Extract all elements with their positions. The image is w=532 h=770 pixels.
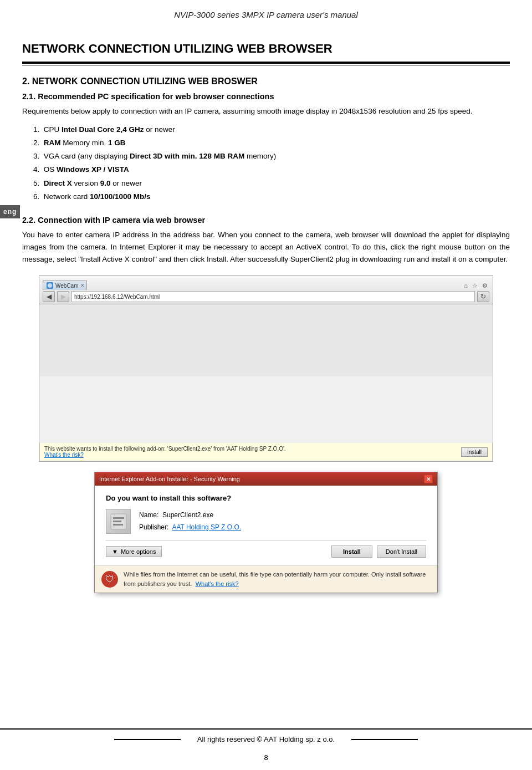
browser-chrome: WebCam ✕ ⌂ ☆ ⚙ ◀ ▶ https://192.168.6.12/…: [39, 276, 493, 304]
ie-dialog-body: Do you want to install this software?: [95, 486, 437, 565]
section2-2-heading: 2.2. Connection with IP camera via web b…: [22, 216, 510, 225]
intro-text: Requirements below apply to connection w…: [22, 105, 510, 118]
page-number: 8: [0, 749, 532, 770]
browser-home-buttons: ⌂ ☆ ⚙: [462, 282, 489, 290]
webcam-tab-icon: [47, 282, 53, 289]
ie-dialog-wrapper: Internet Explorer Add-on Installer - Sec…: [94, 472, 438, 593]
ie-dialog-buttons-row: ▼ More options Install Don't Install: [106, 540, 426, 562]
list-item: 3. VGA card (any displaying Direct 3D wi…: [33, 150, 510, 163]
notification-main-text: This website wants to install the follow…: [44, 446, 286, 452]
list-item-label: 4. OS Windows XP / VISTA: [33, 165, 129, 174]
section2-heading: 2. NETWORK CONNECTION UTILIZING WEB BROS…: [22, 77, 510, 86]
address-text: https://192.168.6.12/WebCam.html: [74, 294, 160, 300]
arrow-down-icon: ▼: [112, 548, 118, 555]
home-icon[interactable]: ⌂: [462, 282, 469, 290]
svg-rect-3: [113, 521, 121, 522]
software-icon: [106, 509, 131, 534]
sidebar-label: eng: [0, 205, 20, 218]
list-item: 1. CPU Intel Dual Core 2,4 GHz or newer: [33, 123, 510, 136]
tab-label: WebCam: [55, 283, 79, 289]
header-title: NVIP-3000 series 3MPX IP camera user's m…: [174, 10, 358, 19]
with-word: with: [159, 107, 172, 115]
publisher-value[interactable]: AAT Holding SP Z O.O.: [172, 523, 241, 531]
ie-software-info-row: Name: SuperClient2.exe Publisher: AAT Ho…: [106, 509, 426, 534]
page-wrapper: NVIP-3000 series 3MPX IP camera user's m…: [0, 0, 532, 770]
thick-divider: [22, 62, 510, 64]
ie-dont-install-button[interactable]: Don't Install: [377, 545, 426, 558]
whats-risk-link[interactable]: What's the risk?: [44, 452, 84, 458]
footer-risk-link[interactable]: What's the risk?: [196, 580, 239, 587]
apply-word: apply: [93, 107, 110, 115]
list-item: 6. Network card 10/100/1000 Mb/s: [33, 190, 510, 203]
svg-rect-2: [113, 517, 124, 519]
footer-left-line: [114, 739, 181, 740]
browser-screenshot: WebCam ✕ ⌂ ☆ ⚙ ◀ ▶ https://192.168.6.12/…: [39, 275, 493, 462]
list-item-label: 1. CPU Intel Dual Core 2,4 GHz or newer: [33, 125, 175, 134]
footer-warning-main: While files from the Internet can be use…: [124, 571, 426, 587]
gear-icon[interactable]: ⚙: [480, 282, 489, 290]
tab-close-icon[interactable]: ✕: [80, 283, 85, 288]
svg-rect-4: [113, 524, 123, 526]
requirements-list: 1. CPU Intel Dual Core 2,4 GHz or newer …: [22, 123, 510, 204]
install-notification-bar: This website wants to install the follow…: [39, 443, 493, 461]
footer-right-line: [351, 739, 418, 740]
connection-text: You have to enter camera IP address in t…: [22, 229, 510, 265]
forward-button[interactable]: ▶: [57, 291, 69, 302]
list-item-label: 6. Network card 10/100/1000 Mb/s: [33, 192, 151, 201]
ie-dialog-close-icon[interactable]: ✕: [424, 475, 433, 483]
ie-dialog-footer: 🛡 While files from the Internet can be u…: [95, 565, 437, 593]
page-header: NVIP-3000 series 3MPX IP camera user's m…: [0, 0, 532, 25]
page-title: NETWORK CONNECTION UTILIZING WEB BROWSER: [22, 42, 510, 56]
list-item-label: 5. Direct X version 9.0 or newer: [33, 179, 142, 187]
notification-text: This website wants to install the follow…: [44, 446, 286, 458]
browser-content-area: [39, 304, 493, 376]
ie-dialog-info: Name: SuperClient2.exe Publisher: AAT Ho…: [139, 509, 241, 533]
list-item: 5. Direct X version 9.0 or newer: [33, 177, 510, 190]
star-icon[interactable]: ☆: [470, 282, 479, 290]
list-item: 4. OS Windows XP / VISTA: [33, 163, 510, 176]
shield-warning-icon: 🛡: [101, 571, 118, 588]
more-options-button[interactable]: ▼ More options: [106, 546, 162, 557]
install-button-small[interactable]: Install: [461, 447, 488, 457]
refresh-button[interactable]: ↻: [477, 291, 489, 302]
publisher-label: Publisher:: [139, 523, 168, 531]
ie-dialog-question: Do you want to install this software?: [106, 494, 426, 502]
svg-point-0: [48, 283, 52, 288]
list-item-label: 2. RAM Memory min. 1 GB: [33, 139, 126, 147]
address-bar[interactable]: https://192.168.6.12/WebCam.html: [71, 291, 475, 302]
thin-divider: [22, 65, 510, 65]
name-value: SuperClient2.exe: [162, 511, 213, 519]
section2-1-heading: 2.1. Recommended PC specification for we…: [22, 92, 510, 101]
ie-install-button[interactable]: Install: [331, 545, 372, 558]
browser-toolbar: ◀ ▶ https://192.168.6.12/WebCam.html ↻: [43, 291, 489, 302]
browser-tab[interactable]: WebCam ✕: [43, 281, 87, 290]
software-name-row: Name: SuperClient2.exe: [139, 509, 241, 522]
name-label: Name:: [139, 511, 158, 519]
ie-footer-warning-text: While files from the Internet can be use…: [124, 570, 431, 588]
ie-security-dialog: Internet Explorer Add-on Installer - Sec…: [94, 472, 438, 593]
publisher-row: Publisher: AAT Holding SP Z O.O.: [139, 522, 241, 534]
ie-dialog-titlebar: Internet Explorer Add-on Installer - Sec…: [95, 472, 437, 486]
list-item: 2. RAM Memory min. 1 GB: [33, 136, 510, 150]
ie-dialog-title: Internet Explorer Add-on Installer - Sec…: [99, 476, 240, 482]
browser-tab-bar: WebCam ✕ ⌂ ☆ ⚙: [43, 278, 489, 290]
more-options-label: More options: [121, 548, 156, 555]
back-button[interactable]: ◀: [43, 291, 55, 302]
footer-text: All rights reserved © AAT Holding sp. z …: [197, 735, 335, 743]
install-buttons-group: Install Don't Install: [331, 545, 426, 558]
list-item-label: 3. VGA card (any displaying Direct 3D wi…: [33, 152, 276, 160]
page-footer: All rights reserved © AAT Holding sp. z …: [0, 728, 532, 749]
main-content: NETWORK CONNECTION UTILIZING WEB BROWSER…: [22, 25, 510, 655]
